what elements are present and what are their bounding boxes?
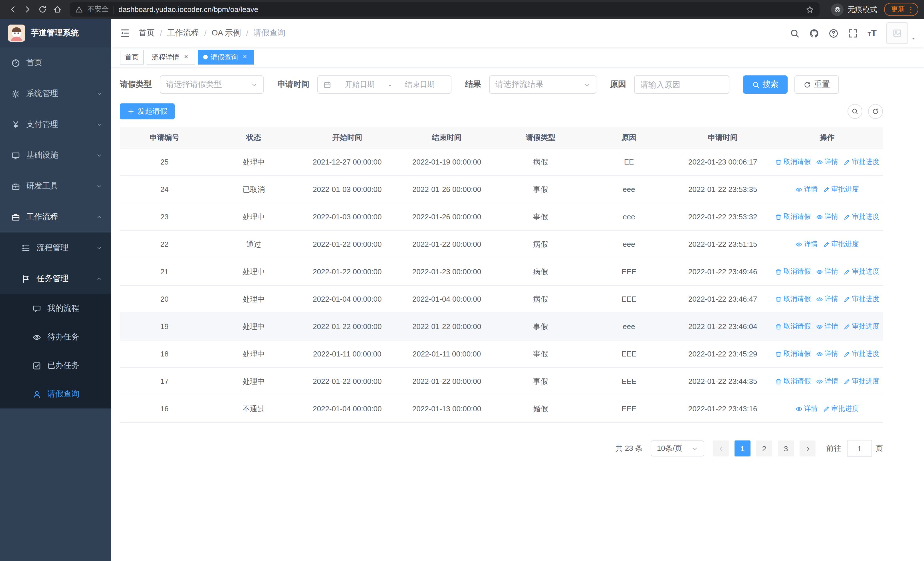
sidebar-item-10[interactable]: 已办任务 [0,351,111,380]
breadcrumb-item-workflow[interactable]: 工作流程 [167,28,199,38]
check-square-icon [33,361,41,370]
cancel-leave-link[interactable]: 取消请假 [775,294,811,304]
fullscreen-icon[interactable] [848,28,858,38]
cancel-leave-link[interactable]: 取消请假 [775,322,811,331]
update-button[interactable]: 更新 [884,3,918,16]
pen-icon [843,296,850,302]
detail-link[interactable]: 详情 [816,349,838,359]
bookmark-star-icon[interactable] [806,5,814,14]
cancel-leave-link[interactable]: 取消请假 [775,267,811,277]
approval-progress-link[interactable]: 审批进度 [843,349,879,359]
sidebar-item-4[interactable]: 研发工具 [0,171,111,202]
cancel-leave-link[interactable]: 取消请假 [775,157,811,167]
sidebar-item-1[interactable]: 系统管理 [0,78,111,109]
trash-icon [775,296,782,302]
cell-leave-type: 事假 [497,184,584,194]
cell-end-time: 2022-01-11 00:00:00 [396,350,497,358]
sidebar-item-8[interactable]: 我的流程 [0,294,111,323]
cancel-leave-link[interactable]: 取消请假 [775,349,811,359]
tab-home[interactable]: 首页 [120,50,144,65]
browser-chrome: 不安全 dashboard.yudao.iocoder.cn/bpm/oa/le… [0,0,924,19]
browser-menu-icon[interactable] [907,5,915,14]
cancel-leave-link[interactable]: 取消请假 [775,376,811,386]
reset-button[interactable]: 重置 [795,75,839,94]
cell-apply-time: 2022-01-22 23:53:35 [674,185,771,194]
sidebar-item-0[interactable]: 首页 [0,47,111,78]
user-menu[interactable] [886,22,916,44]
detail-link[interactable]: 详情 [816,322,838,331]
approval-progress-link[interactable]: 审批进度 [843,157,879,167]
approval-progress-link[interactable]: 审批进度 [843,294,879,304]
tab-process-detail[interactable]: 流程详情 × [147,50,195,65]
sidebar-item-3[interactable]: 基础设施 [0,140,111,171]
github-icon[interactable] [809,28,819,38]
detail-link[interactable]: 详情 [796,239,818,249]
browser-back-icon[interactable] [6,3,20,16]
address-bar[interactable]: 不安全 dashboard.yudao.iocoder.cn/bpm/oa/le… [70,2,819,17]
toggle-search-button[interactable] [848,104,862,119]
detail-link[interactable]: 详情 [816,376,838,386]
sidebar-item-2[interactable]: 支付管理 [0,109,111,140]
sidebar-item-7[interactable]: 任务管理 [0,263,111,294]
page-size-select[interactable]: 10条/页 [651,441,704,456]
leave-type-select[interactable]: 请选择请假类型 [160,75,264,94]
pen-icon [823,186,830,193]
avatar[interactable] [886,22,908,44]
security-label[interactable]: 不安全 [87,5,109,14]
cell-end-time: 2022-01-23 00:00:00 [396,267,497,276]
detail-link[interactable]: 详情 [816,294,838,304]
search-icon[interactable] [790,28,800,38]
result-select[interactable]: 请选择流结果 [489,75,596,94]
url-text[interactable]: dashboard.yudao.iocoder.cn/bpm/oa/leave [118,5,801,14]
cell-status: 通过 [209,239,298,250]
page-button-3[interactable]: 3 [778,441,794,456]
create-leave-button[interactable]: 发起请假 [120,104,175,119]
prev-page-button[interactable] [713,441,729,456]
sidebar-toggle-icon[interactable] [111,28,139,38]
approval-progress-link[interactable]: 审批进度 [823,185,859,194]
detail-link[interactable]: 详情 [816,157,838,167]
cancel-leave-link[interactable]: 取消请假 [775,212,811,222]
approval-progress-link[interactable]: 审批进度 [843,212,879,222]
approval-progress-link[interactable]: 审批进度 [823,239,859,249]
reason-input[interactable] [634,75,729,94]
browser-home-icon[interactable] [50,3,64,16]
cell-reason: EEE [584,350,674,358]
detail-link[interactable]: 详情 [796,404,818,414]
trash-icon [775,350,782,357]
sidebar-item-9[interactable]: 待办任务 [0,323,111,351]
search-button[interactable]: 搜索 [743,75,788,94]
goto-page-input[interactable] [847,440,872,457]
eye-icon [816,268,823,275]
refresh-table-button[interactable] [868,104,883,119]
tab-leave-query[interactable]: 请假查询 × [198,50,254,65]
detail-link[interactable]: 详情 [816,267,838,277]
detail-link[interactable]: 详情 [816,212,838,222]
breadcrumb-item-home[interactable]: 首页 [139,28,154,38]
pagination: 共 23 条 10条/页 123 前往 页 [120,440,883,457]
approval-progress-link[interactable]: 审批进度 [843,322,879,331]
apply-time-range-picker[interactable]: 开始日期 - 结束日期 [317,75,452,94]
pen-icon [843,268,850,275]
font-size-icon[interactable]: TT [867,28,877,38]
breadcrumb-item-oa[interactable]: OA 示例 [212,28,241,38]
column-header-2: 开始时间 [298,132,396,143]
page-button-1[interactable]: 1 [735,441,750,456]
plus-icon [127,108,135,115]
next-page-button[interactable] [800,441,816,456]
browser-reload-icon[interactable] [35,3,49,16]
close-icon[interactable]: × [241,53,249,61]
page-button-2[interactable]: 2 [756,441,772,456]
sidebar-item-11[interactable]: 请假查询 [0,380,111,409]
approval-progress-link[interactable]: 审批进度 [843,267,879,277]
close-icon[interactable]: × [182,53,190,61]
detail-link[interactable]: 详情 [796,185,818,194]
approval-progress-link[interactable]: 审批进度 [823,404,859,414]
sidebar-item-6[interactable]: 流程管理 [0,233,111,263]
help-icon[interactable] [829,28,838,38]
browser-forward-icon[interactable] [21,3,34,16]
app-title: 芋道管理系统 [31,28,79,38]
sidebar-item-5[interactable]: 工作流程 [0,202,111,233]
approval-progress-link[interactable]: 审批进度 [843,376,879,386]
sidebar-item-label: 基础设施 [26,150,96,161]
